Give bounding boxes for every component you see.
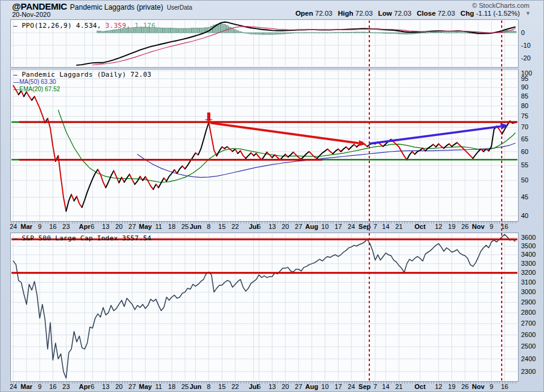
price-series bbox=[125, 175, 130, 182]
ppo-histogram bbox=[279, 33, 281, 34]
ppo-histogram bbox=[118, 29, 120, 33]
ppo-histogram bbox=[353, 32, 355, 33]
ema20-legend-text: EMA(20) 67.52 bbox=[19, 86, 60, 92]
ppo-histogram bbox=[459, 33, 461, 33]
price-series bbox=[27, 92, 32, 100]
dashed-vline bbox=[501, 21, 502, 382]
price-series bbox=[309, 152, 317, 158]
main-yaxis-label: 85 bbox=[521, 93, 528, 100]
ppo-histogram bbox=[390, 33, 392, 33]
price-series bbox=[71, 194, 74, 201]
main-yaxis-label: 90 bbox=[521, 84, 528, 91]
ppo-histogram bbox=[372, 33, 374, 33]
uptrend-arrow bbox=[370, 126, 501, 143]
ppo-histogram bbox=[343, 33, 345, 33]
ppo-histogram bbox=[305, 33, 307, 33]
ppo-histogram bbox=[377, 33, 378, 33]
sp-yaxis-label: 2400 bbox=[521, 356, 536, 362]
ppo-histogram bbox=[173, 28, 175, 33]
ppo-histogram bbox=[264, 33, 265, 34]
ppo-histogram bbox=[232, 28, 233, 33]
ppo-histogram bbox=[200, 28, 202, 33]
ppo-histogram bbox=[329, 33, 331, 33]
quote-dropdown-caret-icon[interactable]: ▼ bbox=[525, 10, 531, 16]
main-legend: — Pandemic Laggards (Daily) 72.03 —MA(50… bbox=[13, 71, 151, 93]
sp-yaxis-label: 3200 bbox=[521, 269, 536, 276]
ma50-legend-row: —MA(50) 63.30 bbox=[13, 79, 151, 86]
ppo-histogram bbox=[322, 33, 323, 33]
ppo-histogram bbox=[276, 33, 278, 34]
ppo-histogram bbox=[100, 31, 102, 33]
ppo-histogram bbox=[295, 33, 297, 33]
ppo-histogram bbox=[456, 33, 458, 33]
main-yaxis-label: 55 bbox=[521, 162, 528, 169]
ppo-histogram bbox=[218, 24, 220, 33]
ppo-histogram bbox=[382, 33, 384, 33]
ppo-histogram bbox=[271, 33, 273, 34]
ppo-histogram bbox=[181, 28, 183, 33]
xaxis-label: Oct bbox=[410, 383, 430, 390]
ppo-histogram bbox=[314, 33, 316, 33]
sp-yaxis-label: 2300 bbox=[521, 368, 536, 375]
ppo-histogram bbox=[348, 32, 349, 33]
price-series bbox=[177, 166, 183, 173]
xaxis-label: 22 bbox=[225, 223, 245, 230]
price-series bbox=[473, 149, 481, 159]
ppo-histogram bbox=[290, 33, 291, 33]
main-yaxis-label: 80 bbox=[521, 103, 528, 109]
price-series bbox=[121, 178, 124, 182]
ppo-histogram bbox=[358, 32, 360, 33]
ppo-histogram bbox=[440, 33, 442, 33]
ppo-histogram bbox=[364, 32, 366, 33]
main-yaxis-label: 50 bbox=[521, 177, 528, 184]
ema20-legend-row: —EMA(20) 67.52 bbox=[13, 86, 151, 93]
ppo-histogram bbox=[245, 33, 247, 33]
ppo-histogram bbox=[197, 28, 199, 33]
price-series bbox=[98, 170, 106, 188]
low-value: 72.03 bbox=[394, 10, 412, 17]
ppo-histogram bbox=[255, 33, 257, 34]
ticker-symbol: @PANDEMIC bbox=[12, 1, 67, 11]
sp500-panel bbox=[10, 233, 519, 382]
ppo-histogram bbox=[234, 30, 236, 33]
ppo-histogram bbox=[414, 33, 416, 34]
price-series bbox=[106, 171, 114, 188]
ma50-legend-dash: — bbox=[13, 79, 19, 85]
ppo-histogram bbox=[239, 31, 241, 33]
xaxis-label: 23 bbox=[56, 223, 76, 230]
ppo-histogram bbox=[401, 33, 403, 34]
ppo-histogram bbox=[324, 33, 326, 33]
ppo-histogram bbox=[158, 28, 160, 33]
ppo-histogram bbox=[250, 33, 252, 34]
ppo-histogram bbox=[356, 32, 358, 33]
price-series bbox=[415, 148, 423, 154]
ppo-histogram bbox=[374, 33, 376, 33]
ppo-histogram bbox=[242, 33, 244, 33]
chg-label: Chg bbox=[461, 10, 474, 17]
price-series bbox=[241, 151, 246, 159]
ppo-legend-dash: — bbox=[13, 22, 18, 30]
ppo-histogram bbox=[403, 33, 405, 34]
ppo-histogram bbox=[189, 28, 191, 33]
ppo-histogram bbox=[115, 30, 117, 33]
price-series bbox=[58, 156, 66, 211]
ema20-legend-dash: — bbox=[13, 86, 19, 92]
ppo-histogram bbox=[326, 33, 328, 33]
sp-yaxis-label: 3000 bbox=[521, 289, 536, 295]
xaxis-label: 22 bbox=[225, 383, 245, 390]
price-series bbox=[426, 144, 433, 151]
chart-title: Pandemic Laggards (private) bbox=[70, 3, 163, 11]
main-yaxis-label: 70 bbox=[521, 124, 528, 130]
price-series bbox=[301, 152, 309, 159]
dashed-vline bbox=[369, 21, 370, 382]
xaxis-label: 16 bbox=[494, 383, 515, 390]
ppo-histogram bbox=[108, 31, 109, 33]
price-series bbox=[146, 177, 154, 190]
ppo-histogram bbox=[316, 33, 318, 33]
ppo-histogram bbox=[361, 32, 363, 33]
ppo-histogram bbox=[406, 33, 408, 34]
price-series bbox=[158, 178, 164, 188]
ppo-histogram bbox=[461, 33, 463, 33]
ppo-histogram bbox=[387, 33, 389, 33]
ppo-histogram bbox=[300, 33, 302, 33]
